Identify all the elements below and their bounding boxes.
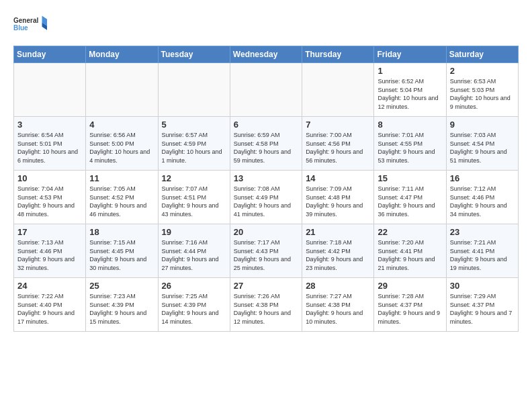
svg-text:General: General	[13, 17, 38, 24]
day-number: 13	[234, 173, 298, 183]
day-info: Sunrise: 6:52 AMSunset: 5:04 PMDaylight:…	[378, 78, 438, 110]
day-number: 1	[378, 66, 442, 76]
day-number: 8	[378, 120, 442, 130]
calendar-cell: 24Sunrise: 7:22 AMSunset: 4:40 PMDayligh…	[14, 278, 86, 332]
calendar-cell	[14, 63, 86, 117]
calendar-cell: 20Sunrise: 7:17 AMSunset: 4:43 PMDayligh…	[230, 224, 302, 278]
calendar-cell	[230, 63, 302, 117]
day-number: 26	[162, 281, 226, 291]
calendar-cell: 3Sunrise: 6:54 AMSunset: 5:01 PMDaylight…	[14, 117, 86, 171]
weekday-header-thursday: Thursday	[302, 46, 374, 63]
calendar-cell: 25Sunrise: 7:23 AMSunset: 4:39 PMDayligh…	[86, 278, 158, 332]
day-info: Sunrise: 7:25 AMSunset: 4:39 PMDaylight:…	[162, 293, 219, 325]
calendar-cell	[86, 63, 158, 117]
day-info: Sunrise: 7:15 AMSunset: 4:45 PMDaylight:…	[89, 239, 146, 271]
day-info: Sunrise: 7:17 AMSunset: 4:43 PMDaylight:…	[234, 239, 291, 271]
day-info: Sunrise: 7:18 AMSunset: 4:42 PMDaylight:…	[306, 239, 363, 271]
day-info: Sunrise: 7:21 AMSunset: 4:41 PMDaylight:…	[450, 239, 507, 271]
calendar-cell: 19Sunrise: 7:16 AMSunset: 4:44 PMDayligh…	[158, 224, 230, 278]
day-number: 22	[378, 227, 442, 237]
day-info: Sunrise: 7:01 AMSunset: 4:55 PMDaylight:…	[378, 132, 435, 164]
calendar-week-3: 10Sunrise: 7:04 AMSunset: 4:53 PMDayligh…	[14, 171, 519, 224]
day-info: Sunrise: 7:23 AMSunset: 4:39 PMDaylight:…	[89, 293, 146, 325]
day-number: 11	[89, 173, 154, 183]
calendar-cell: 29Sunrise: 7:28 AMSunset: 4:37 PMDayligh…	[374, 278, 446, 332]
day-info: Sunrise: 7:04 AMSunset: 4:53 PMDaylight:…	[17, 185, 75, 218]
day-info: Sunrise: 7:07 AMSunset: 4:51 PMDaylight:…	[162, 185, 219, 218]
day-info: Sunrise: 7:00 AMSunset: 4:56 PMDaylight:…	[306, 132, 363, 164]
calendar-cell: 30Sunrise: 7:29 AMSunset: 4:37 PMDayligh…	[446, 278, 518, 332]
day-info: Sunrise: 7:11 AMSunset: 4:47 PMDaylight:…	[378, 185, 435, 218]
calendar-cell: 9Sunrise: 7:03 AMSunset: 4:54 PMDaylight…	[446, 117, 518, 171]
weekday-header-row: SundayMondayTuesdayWednesdayThursdayFrid…	[14, 46, 519, 63]
calendar-cell: 11Sunrise: 7:05 AMSunset: 4:52 PMDayligh…	[86, 171, 158, 224]
calendar-cell: 26Sunrise: 7:25 AMSunset: 4:39 PMDayligh…	[158, 278, 230, 332]
day-info: Sunrise: 7:26 AMSunset: 4:38 PMDaylight:…	[234, 293, 291, 325]
day-info: Sunrise: 6:57 AMSunset: 4:59 PMDaylight:…	[162, 132, 222, 164]
day-number: 18	[89, 227, 154, 237]
calendar-cell: 13Sunrise: 7:08 AMSunset: 4:49 PMDayligh…	[230, 171, 302, 224]
day-info: Sunrise: 6:53 AMSunset: 5:03 PMDaylight:…	[450, 78, 511, 110]
day-info: Sunrise: 7:22 AMSunset: 4:40 PMDaylight:…	[17, 293, 75, 325]
day-info: Sunrise: 7:27 AMSunset: 4:38 PMDaylight:…	[306, 293, 363, 325]
day-info: Sunrise: 7:09 AMSunset: 4:48 PMDaylight:…	[306, 185, 363, 218]
calendar-cell: 18Sunrise: 7:15 AMSunset: 4:45 PMDayligh…	[86, 224, 158, 278]
day-number: 29	[378, 281, 442, 291]
calendar-cell: 1Sunrise: 6:52 AMSunset: 5:04 PMDaylight…	[374, 63, 446, 117]
calendar-cell: 4Sunrise: 6:56 AMSunset: 5:00 PMDaylight…	[86, 117, 158, 171]
calendar-week-5: 24Sunrise: 7:22 AMSunset: 4:40 PMDayligh…	[14, 278, 519, 332]
calendar-cell: 28Sunrise: 7:27 AMSunset: 4:38 PMDayligh…	[302, 278, 374, 332]
day-number: 7	[306, 120, 370, 130]
logo: General Blue	[13, 11, 47, 38]
calendar-cell: 23Sunrise: 7:21 AMSunset: 4:41 PMDayligh…	[446, 224, 518, 278]
day-number: 21	[306, 227, 370, 237]
day-info: Sunrise: 7:16 AMSunset: 4:44 PMDaylight:…	[162, 239, 219, 271]
day-number: 14	[306, 173, 370, 183]
calendar-cell	[158, 63, 230, 117]
day-number: 5	[162, 120, 226, 130]
day-info: Sunrise: 7:28 AMSunset: 4:37 PMDaylight:…	[378, 293, 440, 325]
weekday-header-friday: Friday	[374, 46, 446, 63]
day-number: 20	[234, 227, 298, 237]
day-info: Sunrise: 7:20 AMSunset: 4:41 PMDaylight:…	[378, 239, 435, 271]
day-number: 16	[450, 173, 515, 183]
calendar-cell: 7Sunrise: 7:00 AMSunset: 4:56 PMDaylight…	[302, 117, 374, 171]
day-info: Sunrise: 7:29 AMSunset: 4:37 PMDaylight:…	[450, 293, 513, 325]
day-number: 4	[89, 120, 154, 130]
day-number: 10	[17, 173, 82, 183]
day-number: 17	[17, 227, 82, 237]
day-info: Sunrise: 7:08 AMSunset: 4:49 PMDaylight:…	[234, 185, 291, 218]
calendar-cell	[302, 63, 374, 117]
day-info: Sunrise: 7:12 AMSunset: 4:46 PMDaylight:…	[450, 185, 507, 218]
calendar-week-4: 17Sunrise: 7:13 AMSunset: 4:46 PMDayligh…	[14, 224, 519, 278]
weekday-header-monday: Monday	[86, 46, 158, 63]
svg-text:Blue: Blue	[13, 24, 28, 32]
weekday-header-wednesday: Wednesday	[230, 46, 302, 63]
day-info: Sunrise: 7:13 AMSunset: 4:46 PMDaylight:…	[17, 239, 75, 271]
calendar-cell: 5Sunrise: 6:57 AMSunset: 4:59 PMDaylight…	[158, 117, 230, 171]
weekday-header-sunday: Sunday	[14, 46, 86, 63]
logo-svg: General Blue	[13, 11, 47, 38]
calendar-cell: 16Sunrise: 7:12 AMSunset: 4:46 PMDayligh…	[446, 171, 518, 224]
calendar-container: General Blue SundayMondayTuesdayWednesda…	[0, 0, 532, 338]
calendar-cell: 27Sunrise: 7:26 AMSunset: 4:38 PMDayligh…	[230, 278, 302, 332]
header: General Blue	[13, 11, 519, 38]
day-info: Sunrise: 6:56 AMSunset: 5:00 PMDaylight:…	[89, 132, 150, 164]
calendar-week-2: 3Sunrise: 6:54 AMSunset: 5:01 PMDaylight…	[14, 117, 519, 171]
calendar-cell: 22Sunrise: 7:20 AMSunset: 4:41 PMDayligh…	[374, 224, 446, 278]
day-info: Sunrise: 7:05 AMSunset: 4:52 PMDaylight:…	[89, 185, 146, 218]
calendar-cell: 21Sunrise: 7:18 AMSunset: 4:42 PMDayligh…	[302, 224, 374, 278]
day-info: Sunrise: 6:59 AMSunset: 4:58 PMDaylight:…	[234, 132, 291, 164]
day-info: Sunrise: 7:03 AMSunset: 4:54 PMDaylight:…	[450, 132, 507, 164]
day-number: 24	[17, 281, 82, 291]
calendar-cell: 17Sunrise: 7:13 AMSunset: 4:46 PMDayligh…	[14, 224, 86, 278]
day-number: 3	[17, 120, 82, 130]
day-number: 19	[162, 227, 226, 237]
day-number: 15	[378, 173, 442, 183]
day-number: 28	[306, 281, 370, 291]
calendar-cell: 8Sunrise: 7:01 AMSunset: 4:55 PMDaylight…	[374, 117, 446, 171]
calendar-cell: 14Sunrise: 7:09 AMSunset: 4:48 PMDayligh…	[302, 171, 374, 224]
day-number: 25	[89, 281, 154, 291]
weekday-header-tuesday: Tuesday	[158, 46, 230, 63]
day-number: 27	[234, 281, 298, 291]
